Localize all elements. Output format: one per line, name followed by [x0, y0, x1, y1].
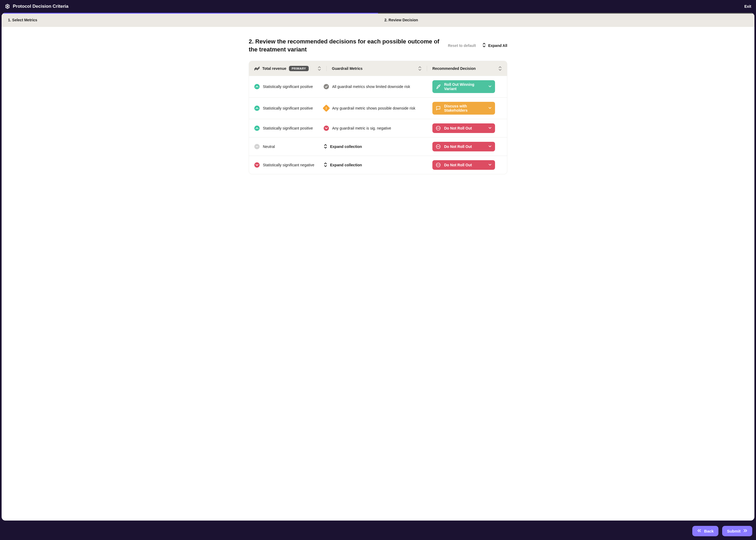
guardrail-cell: Expand collection	[324, 144, 430, 150]
guardrail-text[interactable]: Expand collection	[330, 163, 362, 167]
decision-label: Discuss with Stakeholders	[444, 104, 485, 112]
table-row: Neutral Expand collection Do Not Roll Ou…	[249, 137, 507, 156]
expand-all-label: Expand All	[488, 44, 507, 48]
primary-status-text: Statistically significant positive	[263, 84, 313, 89]
primary-cell: Neutral	[254, 144, 321, 149]
main-card: 1. Select Metrics 2. Review Decision 2. …	[2, 13, 754, 520]
expand-collection-button[interactable]: Expand collection	[324, 162, 362, 168]
primary-status-text: Statistically significant positive	[263, 106, 313, 110]
guardrail-cell-content: Any guardrail metric is sig. negative	[324, 126, 391, 131]
rocket-icon	[436, 84, 441, 89]
app-title: Protocol Decision Criteria	[13, 4, 69, 9]
chevron-down-icon	[488, 126, 492, 131]
chevron-right-double-icon	[743, 529, 747, 534]
primary-status-text: Statistically significant negative	[263, 163, 314, 167]
expand-collapse-icon	[324, 144, 327, 150]
arrow-up-icon	[254, 84, 260, 89]
chevron-down-icon	[488, 163, 492, 167]
arrow-up-icon	[254, 105, 260, 111]
chevron-down-icon	[488, 106, 492, 111]
primary-metric-name: Total revenue	[262, 67, 286, 70]
discuss-select[interactable]: Discuss with Stakeholders	[432, 102, 495, 115]
expand-collapse-icon	[482, 43, 486, 48]
exit-button[interactable]: Exit	[744, 4, 751, 9]
table-row: Statistically significant negative Expan…	[249, 156, 507, 174]
guardrail-text: Any guardrail metric shows possible down…	[332, 106, 415, 110]
decision-cell: Do Not Roll Out	[432, 123, 502, 133]
warning-diamond-icon: !	[323, 104, 330, 112]
submit-button[interactable]: Submit	[722, 526, 752, 536]
prohibit-icon	[436, 144, 441, 149]
decision-table: Total revenue PRIMARY Guardrail Metrics	[249, 61, 507, 174]
table-row: Statistically significant positive ! Any…	[249, 97, 507, 119]
primary-badge: PRIMARY	[289, 66, 309, 71]
guardrail-text: Any guardrail metric is sig. negative	[332, 126, 391, 130]
back-button-label: Back	[704, 529, 714, 533]
step-2-tab[interactable]: 2. Review Decision	[378, 13, 754, 27]
guardrail-text[interactable]: Expand collection	[330, 144, 362, 149]
guardrail-cell-content: ! Any guardrail metric shows possible do…	[324, 105, 415, 111]
svg-point-0	[439, 86, 439, 86]
decision-label: Do Not Roll Out	[444, 163, 472, 167]
logo-icon	[5, 4, 10, 9]
primary-cell: Statistically significant positive	[254, 126, 321, 131]
arrow-down-circle-icon	[324, 126, 329, 131]
guardrail-cell: Any guardrail metric is sig. negative	[324, 126, 430, 131]
primary-cell: Statistically significant positive	[254, 105, 321, 111]
arrow-up-icon	[254, 126, 260, 131]
top-bar: Protocol Decision Criteria Exit	[0, 0, 756, 13]
comment-icon	[436, 105, 441, 111]
guardrail-cell: ! Any guardrail metric shows possible do…	[324, 105, 430, 111]
decision-cell: Discuss with Stakeholders	[432, 102, 502, 115]
col-primary-metric: Total revenue PRIMARY	[254, 66, 321, 71]
content-header: 2. Review the recommended decisions for …	[249, 38, 507, 53]
topbar-left: Protocol Decision Criteria	[5, 4, 69, 9]
guardrail-header-label: Guardrail Metrics	[332, 67, 363, 70]
decision-cell: Do Not Roll Out	[432, 142, 502, 151]
guardrail-cell: All guardrail metrics show limited downs…	[324, 84, 430, 89]
arrow-down-icon	[254, 162, 260, 168]
content-area: 2. Review the recommended decisions for …	[2, 27, 754, 520]
reset-to-default-button[interactable]: Reset to default	[448, 44, 476, 48]
expand-collapse-icon	[324, 162, 327, 168]
guardrail-cell: Expand collection	[324, 162, 430, 168]
decision-table-header: Total revenue PRIMARY Guardrail Metrics	[249, 61, 507, 76]
chart-line-icon	[254, 67, 260, 70]
check-circle-icon	[324, 84, 329, 89]
decision-label: Do Not Roll Out	[444, 126, 472, 130]
step-tabs: 1. Select Metrics 2. Review Decision	[2, 13, 754, 27]
do-not-roll-out-select[interactable]: Do Not Roll Out	[432, 142, 495, 151]
guardrail-cell-content: All guardrail metrics show limited downs…	[324, 84, 410, 89]
sort-primary-icon[interactable]	[318, 67, 321, 70]
prohibit-icon	[436, 126, 441, 131]
sort-guardrail-icon[interactable]	[418, 67, 421, 70]
do-not-roll-out-select[interactable]: Do Not Roll Out	[432, 160, 495, 170]
decision-cell: Roll Out Winning Variant	[432, 80, 502, 93]
primary-status-text: Neutral	[263, 144, 275, 149]
chevron-down-icon	[488, 84, 492, 89]
page-heading: 2. Review the recommended decisions for …	[249, 38, 441, 53]
primary-cell: Statistically significant positive	[254, 84, 321, 89]
decision-header-label: Recommended Decision	[432, 67, 476, 70]
step-1-tab[interactable]: 1. Select Metrics	[2, 13, 378, 27]
chevron-left-double-icon	[697, 529, 701, 534]
do-not-roll-out-select[interactable]: Do Not Roll Out	[432, 123, 495, 133]
decision-label: Do Not Roll Out	[444, 144, 472, 149]
roll-out-select[interactable]: Roll Out Winning Variant	[432, 80, 495, 93]
chevron-down-icon	[488, 144, 492, 149]
decision-cell: Do Not Roll Out	[432, 160, 502, 170]
submit-button-label: Submit	[727, 529, 741, 533]
back-button[interactable]: Back	[692, 526, 718, 536]
footer-bar: Back Submit	[0, 522, 756, 540]
table-row: Statistically significant positive Any g…	[249, 119, 507, 137]
expand-collection-button[interactable]: Expand collection	[324, 144, 362, 150]
primary-status-text: Statistically significant positive	[263, 126, 313, 130]
col-guardrail: Guardrail Metrics	[332, 67, 421, 70]
sort-decision-icon[interactable]	[499, 67, 502, 70]
divider	[326, 66, 327, 71]
guardrail-text: All guardrail metrics show limited downs…	[332, 84, 410, 89]
prohibit-icon	[436, 162, 441, 168]
table-row: Statistically significant positive All g…	[249, 76, 507, 97]
divider	[427, 66, 427, 71]
expand-all-button[interactable]: Expand All	[482, 43, 507, 48]
